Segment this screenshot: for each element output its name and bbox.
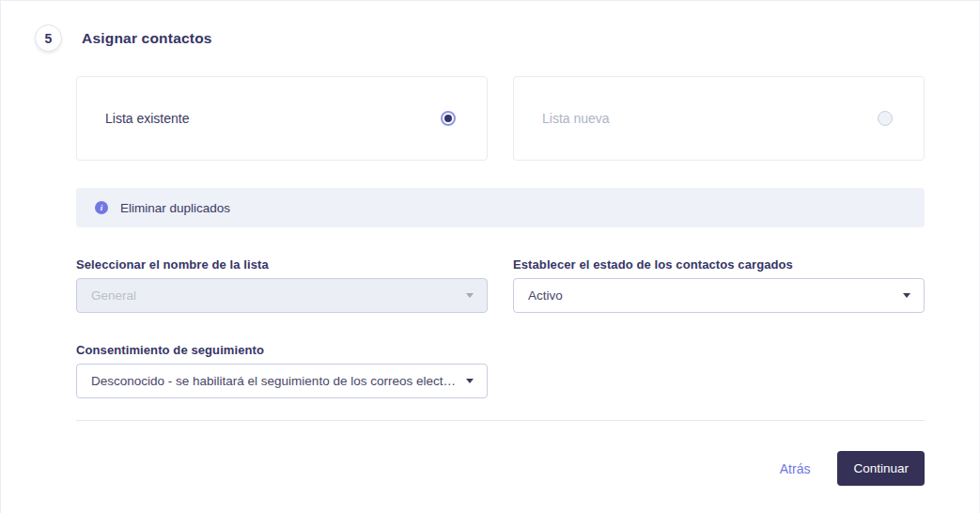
assign-contacts-step-panel: 5 Asignar contactos Lista existente List… xyxy=(0,0,980,513)
back-link[interactable]: Atrás xyxy=(780,461,811,476)
field-label: Establecer el estado de los contactos ca… xyxy=(513,257,925,272)
radio-checked-icon[interactable] xyxy=(441,111,456,126)
step-number-badge: 5 xyxy=(35,24,62,52)
field-label: Seleccionar el nombre de la lista xyxy=(76,257,488,272)
chevron-down-icon xyxy=(903,293,910,298)
field-contact-status: Establecer el estado de los contactos ca… xyxy=(513,257,925,313)
chevron-down-icon xyxy=(466,379,474,383)
chevron-down-icon xyxy=(466,293,474,298)
field-list-name: Seleccionar el nombre de la lista Genera… xyxy=(76,257,488,313)
contact-status-select[interactable]: Activo xyxy=(513,278,925,313)
continue-button[interactable]: Continuar xyxy=(837,451,925,486)
banner-text: Eliminar duplicados xyxy=(120,201,230,215)
step-header: 5 Asignar contactos xyxy=(1,1,979,52)
select-value: Desconocido - se habilitará el seguimien… xyxy=(91,374,457,388)
step-content: Lista existente Lista nueva i Eliminar d… xyxy=(76,76,925,486)
select-value: General xyxy=(91,288,136,303)
list-type-options: Lista existente Lista nueva xyxy=(76,76,925,161)
field-tracking-consent: Consentimiento de seguimiento Desconocid… xyxy=(76,343,488,398)
option-label: Lista existente xyxy=(105,111,190,126)
option-card-existing-list[interactable]: Lista existente xyxy=(76,76,488,161)
tracking-consent-select[interactable]: Desconocido - se habilitará el seguimien… xyxy=(76,364,488,398)
list-name-select: General xyxy=(76,278,488,313)
radio-unchecked-icon[interactable] xyxy=(878,111,893,126)
select-value: Activo xyxy=(528,288,563,303)
field-label: Consentimiento de seguimiento xyxy=(76,343,488,357)
info-icon: i xyxy=(95,201,108,214)
form-row-1: Seleccionar el nombre de la lista Genera… xyxy=(76,257,925,313)
form-spacer xyxy=(513,343,925,398)
page-title: Asignar contactos xyxy=(82,30,212,47)
remove-duplicates-banner: i Eliminar duplicados xyxy=(76,188,925,227)
option-label: Lista nueva xyxy=(542,111,610,126)
footer-actions: Atrás Continuar xyxy=(76,451,925,486)
option-card-new-list[interactable]: Lista nueva xyxy=(513,76,925,161)
step-number: 5 xyxy=(45,31,53,46)
footer-divider xyxy=(76,420,925,421)
form-row-2: Consentimiento de seguimiento Desconocid… xyxy=(76,343,925,398)
